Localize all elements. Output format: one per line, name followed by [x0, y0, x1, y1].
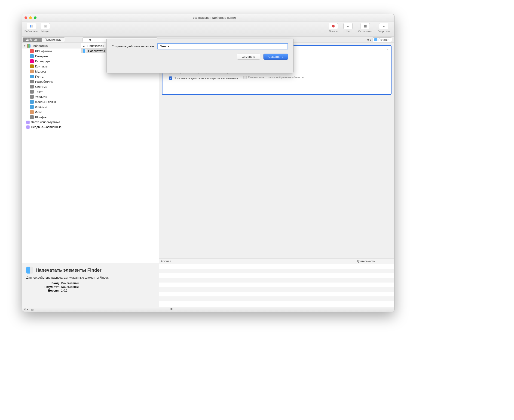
sidebar-item[interactable]: Интернет — [22, 54, 81, 59]
sidebar-item-label: Контакты — [35, 65, 48, 68]
sidebar-item-label: PDF-файлы — [35, 49, 52, 53]
info-version-value: 1.0.2 — [61, 289, 68, 292]
finder-icon — [26, 267, 33, 274]
grid-view-icon[interactable]: ▭ — [176, 308, 178, 311]
close-icon[interactable] — [24, 16, 27, 19]
category-icon — [30, 69, 34, 73]
category-icon — [30, 59, 34, 63]
list-item-label: Напечататы — [87, 44, 104, 48]
info-title: Напечатать элементы Finder — [36, 268, 101, 273]
category-icon — [30, 115, 34, 119]
sidebar-item[interactable]: PDF-файлы — [22, 49, 81, 54]
category-icon — [30, 105, 34, 109]
statusbar: ⚙▾ ▥ ☰ ▭ — [22, 307, 394, 312]
workflow-area[interactable]: × Напечатать: Принтер по умолчанию ⌃⌄ Ре… — [159, 43, 394, 259]
sidebar-item[interactable]: Разработчик — [22, 79, 81, 84]
sidebar-item-frequent[interactable]: Часто используемые — [22, 120, 81, 125]
checkbox-show-progress[interactable]: ✓ — [169, 76, 172, 80]
category-icon — [30, 49, 34, 53]
gear-menu[interactable]: ⚙▾ — [24, 308, 28, 311]
svg-rect-0 — [30, 25, 31, 28]
stop-button[interactable]: Остановить — [358, 23, 372, 33]
traffic-lights — [24, 16, 37, 19]
media-label: Медиа — [41, 30, 49, 33]
list-view-icon[interactable]: ☰ — [170, 308, 173, 311]
category-icon — [30, 85, 34, 89]
sidebar-item-label: Фото — [35, 110, 42, 114]
sidebar-item[interactable]: Музыка — [22, 69, 81, 74]
sidebar-item-recent[interactable]: Недавно…бавленные — [22, 125, 81, 129]
record-icon — [332, 25, 335, 28]
step-label: Шаг — [346, 30, 350, 33]
info-version-key: Версия: — [26, 289, 61, 292]
sidebar-item-label: Календарь — [35, 60, 50, 63]
folder-select[interactable]: Печать ⌃⌄ — [373, 38, 392, 42]
tab-variables[interactable]: Переменные — [42, 38, 65, 42]
sidebar-item-label: Утилиты — [35, 95, 47, 99]
folder-select-label: Печать — [378, 38, 388, 41]
save-button[interactable]: Сохранить — [264, 54, 288, 60]
save-dialog-label: Сохранить действие папки как: — [112, 45, 155, 48]
run-button[interactable]: ▶Запустить — [378, 23, 390, 33]
stop-icon — [364, 25, 367, 28]
category-icon — [30, 95, 34, 99]
info-input-value: Файлы/папки — [61, 282, 79, 285]
category-icon — [30, 110, 34, 114]
workflow-column: е в Печать ⌃⌄ × Напечатать: Принтер по у… — [159, 37, 394, 307]
sidebar-item[interactable]: Утилиты — [22, 94, 81, 99]
sidebar-item[interactable]: Почта — [22, 74, 81, 79]
media-icon — [44, 24, 47, 28]
sidebar-item[interactable]: Текст — [22, 89, 81, 94]
record-label: Запись — [329, 30, 337, 33]
category-icon — [30, 54, 34, 58]
list-item-label: Напечататы — [88, 49, 105, 53]
sidebar-item-label: Текст — [35, 90, 43, 94]
step-button[interactable]: ▶|Шаг — [343, 23, 353, 33]
step-icon: ▶| — [347, 25, 349, 28]
log-col-duration[interactable]: Длительность — [355, 259, 394, 264]
cancel-button[interactable]: Отменить — [237, 54, 260, 60]
library-button[interactable]: Библиотека — [24, 23, 38, 33]
folder-icon — [26, 126, 30, 129]
sidebar-item[interactable]: Контакты — [22, 64, 81, 69]
sidebar-item-label: Почта — [35, 75, 44, 78]
media-button[interactable]: Медиа — [41, 23, 50, 33]
tab-actions[interactable]: Действия — [23, 38, 42, 42]
close-icon[interactable]: × — [386, 47, 388, 51]
sidebar-item[interactable]: Фильмы — [22, 105, 81, 110]
log-col-journal[interactable]: Журнал — [159, 259, 355, 264]
checkbox-show-selected — [243, 76, 247, 79]
svg-rect-1 — [31, 25, 33, 28]
library-icon — [30, 24, 33, 28]
sidebar-item-label: Фильмы — [35, 105, 47, 109]
sidebar-item[interactable]: Шрифты — [22, 115, 81, 120]
library-header[interactable]: ▼ Библиотека — [22, 43, 81, 49]
sidebar-tabs: Действия Переменные — [23, 38, 65, 42]
sidebar-item-label: Музыка — [35, 70, 46, 73]
sidebar-item[interactable]: Календарь — [22, 59, 81, 64]
sidebar-item[interactable]: Фото — [22, 110, 81, 115]
sidebar-item[interactable]: Система — [22, 84, 81, 89]
maximize-icon[interactable] — [34, 16, 37, 19]
info-description: Данное действие распечатает указанные эл… — [26, 276, 155, 279]
titlebar: Без названия (Действие папки) — [22, 14, 394, 22]
sidebar-item-label: Разработчик — [35, 80, 53, 83]
minimize-icon[interactable] — [29, 16, 32, 19]
checkbox-show-selected-label: Показывать только выбранные объекты — [248, 75, 304, 79]
sidebar-item-label: Файлы и папки — [35, 100, 56, 104]
info-result-key: Результат: — [26, 285, 61, 289]
record-button[interactable]: Запись — [329, 23, 338, 33]
checkbox-show-progress-label: Показывать действие в процессе выполнени… — [174, 76, 238, 80]
chevron-down-icon: ▾ — [27, 308, 28, 310]
save-name-input[interactable] — [157, 43, 288, 49]
sidebar-item-label: Система — [35, 85, 47, 89]
category-icon — [30, 80, 34, 83]
info-result-value: Файлы/папки — [61, 285, 79, 289]
books-icon — [27, 44, 30, 48]
info-input-key: Вход: — [26, 282, 61, 285]
log-rows — [159, 264, 394, 307]
frequent-label: Часто используемые — [31, 120, 60, 124]
sidebar-item[interactable]: Файлы и папки — [22, 99, 81, 105]
run-label: Запустить — [378, 30, 390, 33]
tray-icon[interactable]: ▥ — [31, 308, 33, 311]
